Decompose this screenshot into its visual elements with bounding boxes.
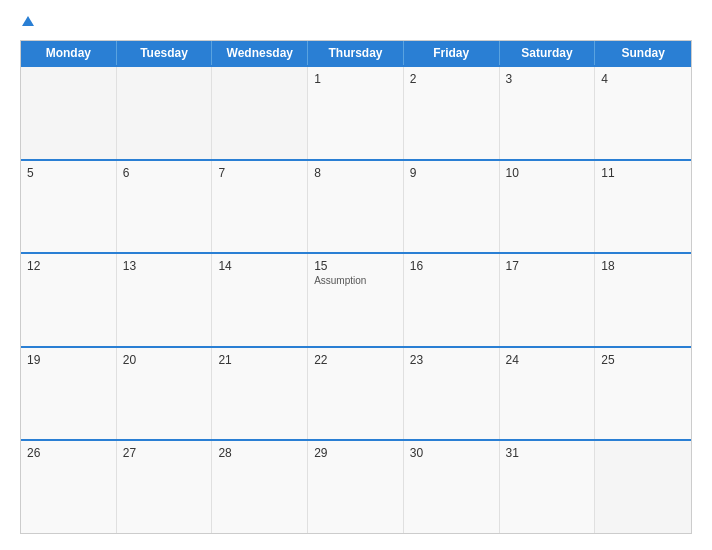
day-number: 31 bbox=[506, 446, 589, 460]
day-cell: 28 bbox=[212, 441, 308, 533]
day-number: 13 bbox=[123, 259, 206, 273]
day-number: 12 bbox=[27, 259, 110, 273]
day-cell: 24 bbox=[500, 348, 596, 440]
day-cell: 26 bbox=[21, 441, 117, 533]
day-header-thursday: Thursday bbox=[308, 41, 404, 65]
day-cell: 6 bbox=[117, 161, 213, 253]
day-number: 28 bbox=[218, 446, 301, 460]
day-cell: 14 bbox=[212, 254, 308, 346]
weeks-container: 123456789101112131415Assumption161718192… bbox=[21, 65, 691, 533]
day-number: 23 bbox=[410, 353, 493, 367]
day-number: 21 bbox=[218, 353, 301, 367]
day-header-sunday: Sunday bbox=[595, 41, 691, 65]
week-row-3: 19202122232425 bbox=[21, 346, 691, 440]
day-cell: 31 bbox=[500, 441, 596, 533]
day-number: 30 bbox=[410, 446, 493, 460]
day-number: 29 bbox=[314, 446, 397, 460]
day-cell: 29 bbox=[308, 441, 404, 533]
day-cell: 25 bbox=[595, 348, 691, 440]
day-number: 24 bbox=[506, 353, 589, 367]
day-cell: 13 bbox=[117, 254, 213, 346]
day-header-friday: Friday bbox=[404, 41, 500, 65]
day-header-monday: Monday bbox=[21, 41, 117, 65]
day-cell: 1 bbox=[308, 67, 404, 159]
day-number: 14 bbox=[218, 259, 301, 273]
day-cell: 4 bbox=[595, 67, 691, 159]
day-header-saturday: Saturday bbox=[500, 41, 596, 65]
day-cell: 15Assumption bbox=[308, 254, 404, 346]
day-number: 1 bbox=[314, 72, 397, 86]
day-cell bbox=[212, 67, 308, 159]
day-cell: 11 bbox=[595, 161, 691, 253]
day-number: 6 bbox=[123, 166, 206, 180]
day-cell: 23 bbox=[404, 348, 500, 440]
day-cell: 27 bbox=[117, 441, 213, 533]
day-header-tuesday: Tuesday bbox=[117, 41, 213, 65]
day-number: 25 bbox=[601, 353, 685, 367]
day-cell: 12 bbox=[21, 254, 117, 346]
day-cell: 22 bbox=[308, 348, 404, 440]
day-cell: 7 bbox=[212, 161, 308, 253]
day-cell: 2 bbox=[404, 67, 500, 159]
day-number: 18 bbox=[601, 259, 685, 273]
day-cell: 20 bbox=[117, 348, 213, 440]
day-number: 10 bbox=[506, 166, 589, 180]
day-number: 16 bbox=[410, 259, 493, 273]
day-header-wednesday: Wednesday bbox=[212, 41, 308, 65]
day-number: 11 bbox=[601, 166, 685, 180]
day-cell: 21 bbox=[212, 348, 308, 440]
day-headers-row: MondayTuesdayWednesdayThursdayFridaySatu… bbox=[21, 41, 691, 65]
day-number: 22 bbox=[314, 353, 397, 367]
day-number: 4 bbox=[601, 72, 685, 86]
day-cell: 17 bbox=[500, 254, 596, 346]
logo bbox=[20, 16, 34, 28]
week-row-1: 567891011 bbox=[21, 159, 691, 253]
day-number: 27 bbox=[123, 446, 206, 460]
day-number: 3 bbox=[506, 72, 589, 86]
day-cell: 30 bbox=[404, 441, 500, 533]
day-number: 5 bbox=[27, 166, 110, 180]
page-header bbox=[20, 16, 692, 28]
day-cell: 3 bbox=[500, 67, 596, 159]
day-cell: 18 bbox=[595, 254, 691, 346]
logo-triangle-icon bbox=[22, 16, 34, 26]
week-row-2: 12131415Assumption161718 bbox=[21, 252, 691, 346]
day-number: 19 bbox=[27, 353, 110, 367]
day-number: 8 bbox=[314, 166, 397, 180]
day-number: 20 bbox=[123, 353, 206, 367]
day-cell: 5 bbox=[21, 161, 117, 253]
day-cell: 8 bbox=[308, 161, 404, 253]
week-row-0: 1234 bbox=[21, 65, 691, 159]
day-number: 17 bbox=[506, 259, 589, 273]
day-cell: 9 bbox=[404, 161, 500, 253]
day-number: 26 bbox=[27, 446, 110, 460]
day-cell bbox=[117, 67, 213, 159]
day-cell: 10 bbox=[500, 161, 596, 253]
day-number: 2 bbox=[410, 72, 493, 86]
day-number: 7 bbox=[218, 166, 301, 180]
day-cell bbox=[21, 67, 117, 159]
day-cell: 19 bbox=[21, 348, 117, 440]
day-number: 9 bbox=[410, 166, 493, 180]
week-row-4: 262728293031 bbox=[21, 439, 691, 533]
day-number: 15 bbox=[314, 259, 397, 273]
day-cell bbox=[595, 441, 691, 533]
calendar: MondayTuesdayWednesdayThursdayFridaySatu… bbox=[20, 40, 692, 534]
event-label: Assumption bbox=[314, 275, 397, 286]
day-cell: 16 bbox=[404, 254, 500, 346]
